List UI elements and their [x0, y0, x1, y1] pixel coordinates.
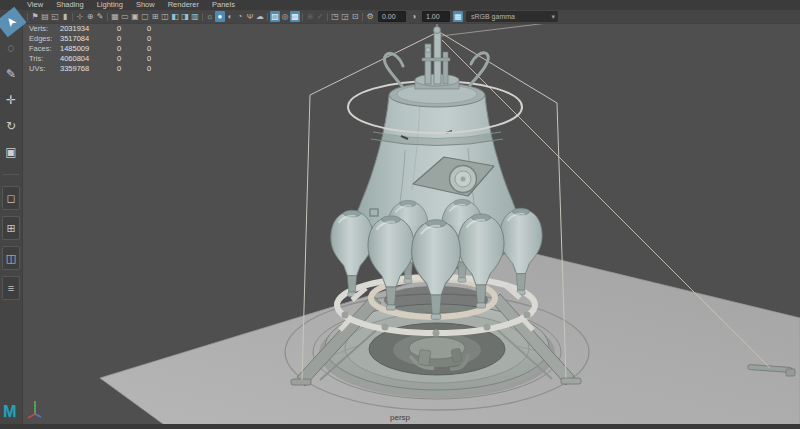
- gate-mask-icon[interactable]: ▢: [140, 11, 150, 22]
- hud-col1: 0: [117, 44, 147, 53]
- bookmark-icon[interactable]: ⚑: [30, 11, 40, 22]
- field-chart-icon[interactable]: ⊕: [85, 11, 95, 22]
- pencil-icon[interactable]: ✎: [95, 11, 105, 22]
- toolbar-icon-group: ▦: [453, 11, 463, 22]
- menu-shading[interactable]: Shading: [56, 0, 84, 10]
- textured-display-icon[interactable]: ◔: [235, 11, 245, 22]
- snapshot-icon[interactable]: ◳: [330, 11, 340, 22]
- toolbar-separator: [27, 13, 28, 21]
- menu-renderer[interactable]: Renderer: [168, 0, 199, 10]
- panel-toolbar: ⚑▤◱▮⊹⊕✎▦▭▣▢⊞◫◧◨▥☼●◐◔Ψ☁▨◎▩≋✓◳◲⊡⚙ 0.00 ◑ 1…: [22, 10, 800, 24]
- hud-label: Tris:: [29, 54, 60, 63]
- use-all-lights-icon[interactable]: Ψ: [245, 11, 255, 22]
- layout-list: ◻⊞◫≡: [2, 183, 20, 303]
- safe-action-icon[interactable]: ⊞: [150, 11, 160, 22]
- hud-col1: 0: [117, 34, 147, 43]
- toolbar-separator: [362, 13, 363, 21]
- resolution-gate-icon[interactable]: ▣: [130, 11, 140, 22]
- gamma-field[interactable]: 1.00: [422, 11, 450, 22]
- hud-col2: 0: [147, 64, 177, 73]
- camera-attributes-icon[interactable]: ▥: [190, 11, 200, 22]
- depth-of-field-icon[interactable]: ◎: [280, 11, 290, 22]
- rotate-tool-button[interactable]: ↻: [1, 114, 21, 138]
- toolbar-separator: [202, 13, 203, 21]
- sequence-icon[interactable]: ◲: [340, 11, 350, 22]
- exposure-toggle-icon[interactable]: ⊡: [350, 11, 360, 22]
- hud-row-verts: Verts: 2031934 0 0: [29, 23, 177, 33]
- screen-space-ao-icon[interactable]: ▨: [270, 11, 280, 22]
- image-plane-icon[interactable]: ▤: [40, 11, 50, 22]
- exposure-icon[interactable]: ⚙: [365, 11, 375, 22]
- isolate-select-icon[interactable]: ⊹: [75, 11, 85, 22]
- poly-count-hud: Verts: 2031934 0 0 Edges: 3517084 0 0 Fa…: [29, 23, 177, 73]
- hud-label: Edges:: [29, 34, 60, 43]
- pan-zoom-icon[interactable]: ◱: [50, 11, 60, 22]
- outliner-persp-layout-button[interactable]: ≡: [2, 276, 20, 300]
- paint-select-tool-button[interactable]: ✎: [1, 62, 21, 86]
- tool-box-separator: [3, 174, 19, 175]
- two-pane-layout-button[interactable]: ◫: [2, 246, 20, 270]
- hud-col2: 0: [147, 54, 177, 63]
- view-transform-value: sRGB gamma: [471, 13, 515, 20]
- hud-label: UVs:: [29, 64, 60, 73]
- hud-row-faces: Faces: 1485009 0 0: [29, 43, 177, 53]
- menu-lighting[interactable]: Lighting: [97, 0, 123, 10]
- maya-logo: M: [3, 404, 16, 420]
- hud-label: Faces:: [29, 44, 60, 53]
- shadows-icon[interactable]: ☁: [255, 11, 265, 22]
- chevron-down-icon: ▾: [551, 13, 555, 21]
- scale-tool-button[interactable]: ▣: [1, 140, 21, 164]
- film-gate-icon[interactable]: ▭: [120, 11, 130, 22]
- hud-value: 3359768: [60, 64, 117, 73]
- hud-value: 4060804: [60, 54, 117, 63]
- grid-icon[interactable]: ▦: [110, 11, 120, 22]
- motion-blur-icon[interactable]: ▩: [290, 11, 300, 22]
- hud-value: 1485009: [60, 44, 117, 53]
- hud-col2: 0: [147, 34, 177, 43]
- toolbar-icon-group: ⚑▤◱▮⊹⊕✎▦▭▣▢⊞◫◧◨▥☼●◐◔Ψ☁▨◎▩≋✓◳◲⊡⚙: [25, 11, 375, 22]
- hud-col1: 0: [117, 54, 147, 63]
- menu-view[interactable]: View: [27, 0, 43, 10]
- tool-list: ➤◌✎✛↻▣: [1, 10, 21, 166]
- toolbar-separator: [267, 13, 268, 21]
- hud-row-uvs: UVs: 3359768 0 0: [29, 63, 177, 73]
- viewport-bottom-edge: [0, 424, 800, 429]
- exposure-field[interactable]: 0.00: [378, 11, 406, 22]
- frame-selected-icon[interactable]: ◨: [180, 11, 190, 22]
- gamma-correct-icon[interactable]: ✓: [315, 11, 325, 22]
- toolbar-separator: [327, 13, 328, 21]
- toolbar-separator: [302, 13, 303, 21]
- menu-show[interactable]: Show: [136, 0, 155, 10]
- menu-panels[interactable]: Panels: [212, 0, 235, 10]
- gamma-icon[interactable]: ◑: [409, 11, 419, 22]
- safe-title-icon[interactable]: ◫: [160, 11, 170, 22]
- single-pane-layout-button[interactable]: ◻: [2, 186, 20, 210]
- toolbar-separator: [72, 13, 73, 21]
- toolbar-separator: [107, 13, 108, 21]
- toolbar-icon-group: ◑: [409, 11, 419, 22]
- hud-label: Verts:: [29, 24, 60, 33]
- move-tool-button[interactable]: ✛: [1, 88, 21, 112]
- view-transform-select[interactable]: sRGB gamma ▾: [466, 11, 558, 22]
- frame-all-icon[interactable]: ◧: [170, 11, 180, 22]
- default-material-icon[interactable]: ☼: [205, 11, 215, 22]
- hud-row-tris: Tris: 4060804 0 0: [29, 53, 177, 63]
- fog-icon[interactable]: ≋: [305, 11, 315, 22]
- top-pipes: [384, 27, 488, 87]
- tool-box: ➤◌✎✛↻▣ ◻⊞◫≡ M: [0, 10, 23, 429]
- hud-col2: 0: [147, 44, 177, 53]
- hud-col1: 0: [117, 64, 147, 73]
- wireframe-on-shaded-icon[interactable]: ◐: [225, 11, 235, 22]
- lasso-select-tool-button[interactable]: ◌: [1, 36, 21, 60]
- four-pane-layout-button[interactable]: ⊞: [2, 216, 20, 240]
- panel-menu-bar: View Shading Lighting Show Renderer Pane…: [0, 0, 800, 10]
- camera-label: persp: [0, 413, 800, 422]
- hud-col2: 0: [147, 24, 177, 33]
- hud-value: 3517084: [60, 34, 117, 43]
- hud-row-edges: Edges: 3517084 0 0: [29, 33, 177, 43]
- select-tool-button[interactable]: ➤: [0, 7, 27, 38]
- view-transform-icon[interactable]: ▦: [453, 11, 463, 22]
- maya-viewport-window: View Shading Lighting Show Renderer Pane…: [0, 0, 800, 429]
- grease-pencil-icon[interactable]: ▮: [60, 11, 70, 22]
- shaded-display-icon[interactable]: ●: [215, 11, 225, 22]
